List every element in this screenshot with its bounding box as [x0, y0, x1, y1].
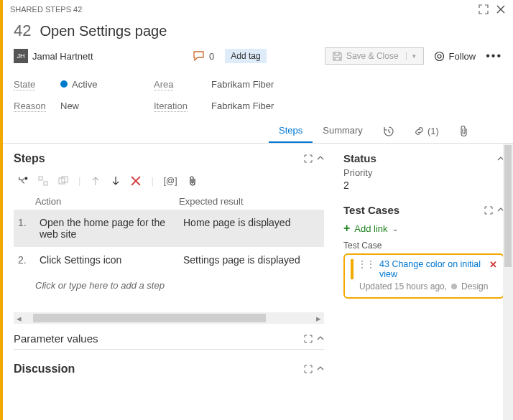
avatar: JH — [14, 49, 28, 63]
follow-icon — [434, 51, 445, 62]
tab-attachments[interactable] — [449, 119, 479, 143]
attach-icon[interactable] — [188, 176, 198, 186]
col-action: Action — [35, 196, 179, 207]
comments-count[interactable]: 0 — [193, 51, 214, 62]
svg-point-0 — [435, 52, 443, 60]
work-item-id: 42 — [14, 22, 31, 40]
step-row[interactable]: 1. Open the home page for the web site H… — [14, 210, 324, 247]
linked-test-case-card[interactable]: ⋮⋮ 43 Change color on initial view ✕ Upd… — [343, 253, 504, 299]
vertical-scrollbar[interactable] — [503, 144, 513, 420]
test-cases-heading: Test Cases — [343, 204, 399, 216]
state-dot-icon — [451, 284, 457, 289]
horizontal-scrollbar[interactable]: ◂▸ — [14, 312, 324, 324]
tab-history[interactable] — [373, 119, 404, 143]
reason-label: Reason — [14, 101, 46, 112]
fullscreen-icon[interactable] — [479, 4, 489, 14]
expand-icon[interactable] — [304, 335, 313, 343]
iteration-value[interactable]: Fabrikam Fiber — [211, 101, 355, 112]
chevron-down-icon[interactable]: ▾ — [406, 52, 416, 60]
status-heading: Status — [343, 152, 376, 164]
comment-icon — [193, 51, 205, 61]
state-label: State — [14, 79, 35, 90]
add-tag-button[interactable]: Add tag — [225, 49, 266, 63]
plus-icon: + — [343, 222, 350, 235]
save-close-button[interactable]: Save & Close ▾ — [325, 47, 424, 65]
svg-rect-4 — [44, 182, 47, 185]
insert-shared-step-icon[interactable] — [38, 176, 48, 186]
move-up-icon[interactable] — [91, 176, 101, 186]
collapse-icon[interactable] — [317, 154, 324, 163]
tab-steps[interactable]: Steps — [269, 119, 313, 143]
test-case-link[interactable]: 43 Change color on initial view — [379, 259, 485, 279]
assignee-name: Jamal Hartnett — [32, 51, 93, 62]
remove-link-icon[interactable]: ✕ — [489, 259, 497, 270]
tab-summary[interactable]: Summary — [313, 119, 373, 143]
insert-step-icon[interactable] — [18, 176, 28, 186]
expand-icon[interactable] — [304, 154, 313, 163]
move-down-icon[interactable] — [111, 176, 121, 186]
svg-rect-3 — [39, 177, 42, 180]
assignee-field[interactable]: JH Jamal Hartnett — [14, 49, 182, 63]
add-step-placeholder[interactable]: Click or type here to add a step — [14, 273, 324, 298]
steps-toolbar: | | [@] — [14, 172, 324, 193]
delete-step-icon[interactable] — [131, 176, 141, 186]
test-case-updated: Updated 15 hours ago, — [359, 281, 447, 291]
work-item-type-label: SHARED STEPS 42 — [10, 5, 82, 14]
close-icon[interactable] — [496, 4, 506, 14]
svg-rect-2 — [25, 177, 28, 179]
test-case-state: Design — [461, 281, 488, 291]
parameter-values-heading: Parameter values — [14, 332, 98, 345]
state-dot-icon — [60, 80, 68, 88]
area-value[interactable]: Fabrikam Fiber — [211, 79, 355, 90]
drag-handle-icon[interactable]: ⋮⋮ — [358, 259, 375, 269]
priority-value[interactable]: 2 — [343, 179, 504, 191]
steps-heading: Steps — [14, 152, 45, 165]
collapse-icon[interactable] — [317, 365, 324, 373]
expand-icon[interactable] — [304, 365, 313, 373]
chevron-down-icon: ⌄ — [392, 225, 398, 233]
expand-icon[interactable] — [484, 206, 493, 215]
save-icon — [333, 52, 342, 61]
priority-label: Priority — [343, 167, 504, 178]
collapse-icon[interactable] — [317, 335, 324, 343]
state-value[interactable]: Active — [60, 79, 154, 90]
reason-value[interactable]: New — [60, 101, 154, 112]
area-label: Area — [154, 79, 173, 90]
tab-bar: Steps Summary (1) — [3, 119, 513, 144]
follow-button[interactable]: Follow — [434, 51, 476, 62]
test-case-label: Test Case — [343, 241, 504, 251]
tab-links[interactable]: (1) — [404, 119, 449, 143]
svg-point-1 — [438, 55, 441, 58]
create-shared-steps-icon[interactable] — [58, 176, 68, 186]
add-link-button[interactable]: + Add link ⌄ — [343, 222, 504, 235]
iteration-label: Iteration — [154, 101, 188, 112]
more-actions-icon[interactable]: ••• — [486, 50, 502, 62]
insert-param-icon[interactable]: [@] — [164, 176, 177, 186]
step-row[interactable]: 2. Click Settings icon Settings page is … — [14, 247, 324, 273]
work-item-color-bar — [351, 259, 353, 279]
col-expected: Expected result — [179, 196, 324, 207]
work-item-title[interactable]: Open Settings page — [40, 23, 167, 39]
discussion-heading: Discussion — [14, 363, 75, 375]
